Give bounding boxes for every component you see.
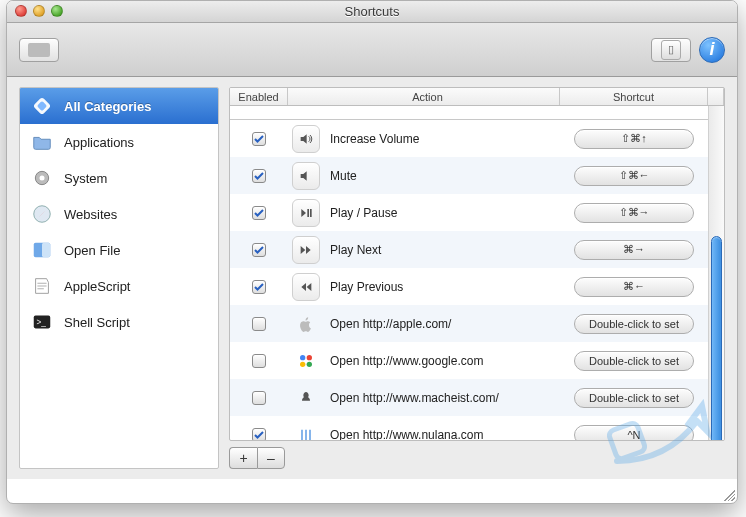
scrollbar[interactable] [708, 106, 724, 440]
shortcut-pill[interactable]: Double-click to set [574, 388, 694, 408]
action-label: Open http://www.google.com [330, 354, 483, 368]
sidebar-item-label: AppleScript [64, 279, 130, 294]
action-label: Play / Pause [330, 206, 397, 220]
svg-point-3 [40, 176, 45, 181]
svg-rect-9 [307, 209, 309, 217]
shortcuts-table: Enabled Action Shortcut Increase Illumin… [229, 87, 725, 441]
table-row[interactable]: Open http://www.macheist.com/ Double-cli… [230, 379, 724, 416]
sidebar: All Categories Applications System Websi… [19, 87, 219, 469]
svg-point-13 [300, 361, 305, 366]
col-action[interactable]: Action [288, 88, 560, 105]
table-row[interactable]: Play Next ⌘→ [230, 231, 724, 268]
diamond-icon [30, 94, 54, 118]
table-row[interactable]: Play Previous ⌘← [230, 268, 724, 305]
shortcut-pill[interactable]: ⌘→ [574, 240, 694, 260]
window-title: Shortcuts [345, 4, 400, 19]
shortcut-pill[interactable]: ⇧⌘↑ [574, 129, 694, 149]
action-label: Open http://www.macheist.com/ [330, 391, 499, 405]
col-enabled[interactable]: Enabled [230, 88, 288, 105]
table-row[interactable]: Play / Pause ⇧⌘→ [230, 194, 724, 231]
sidebar-item-system[interactable]: System [20, 160, 218, 196]
svg-rect-6 [42, 243, 50, 258]
play-prev-icon [292, 273, 320, 301]
add-button[interactable]: + [229, 447, 257, 469]
macheist-icon [292, 384, 320, 412]
window-controls [15, 5, 63, 17]
shortcut-pill[interactable]: Double-click to set [574, 314, 694, 334]
svg-point-4 [34, 206, 51, 223]
toggle-icon: ▯ [661, 40, 681, 60]
enabled-checkbox[interactable] [252, 280, 266, 294]
sidebar-item-open-file[interactable]: Open File [20, 232, 218, 268]
col-shortcut[interactable]: Shortcut [560, 88, 708, 105]
sidebar-item-shell-script[interactable]: >_ Shell Script [20, 304, 218, 340]
sidebar-item-label: System [64, 171, 107, 186]
keyboard-icon [28, 43, 50, 57]
info-button[interactable]: i [699, 37, 725, 63]
enabled-checkbox[interactable] [252, 354, 266, 368]
enabled-checkbox[interactable] [252, 132, 266, 146]
resize-handle[interactable] [721, 487, 735, 501]
svg-rect-10 [310, 209, 312, 217]
action-label: Play Previous [330, 280, 403, 294]
finder-icon [30, 238, 54, 262]
action-label: Play Next [330, 243, 381, 257]
action-label: Increase Volume [330, 132, 419, 146]
table-row[interactable]: Increase Volume ⇧⌘↑ [230, 120, 724, 157]
titlebar: Shortcuts [7, 1, 737, 23]
play-next-icon [292, 236, 320, 264]
svg-text:>_: >_ [37, 318, 47, 327]
sidebar-item-label: All Categories [64, 99, 151, 114]
toggle-button[interactable]: ▯ [651, 38, 691, 62]
terminal-icon: >_ [30, 310, 54, 334]
zoom-button[interactable] [51, 5, 63, 17]
toolbar: ▯ i [7, 23, 737, 77]
table-row[interactable]: Mute ⇧⌘← [230, 157, 724, 194]
enabled-checkbox[interactable] [252, 428, 266, 441]
enabled-checkbox[interactable] [252, 317, 266, 331]
shortcut-pill[interactable]: ⌘← [574, 277, 694, 297]
sidebar-item-all-categories[interactable]: All Categories [20, 88, 218, 124]
enabled-checkbox[interactable] [252, 243, 266, 257]
shortcut-pill[interactable]: ^N [574, 425, 694, 441]
sidebar-item-label: Open File [64, 243, 120, 258]
sidebar-item-applications[interactable]: Applications [20, 124, 218, 160]
sidebar-item-websites[interactable]: Websites [20, 196, 218, 232]
svg-point-14 [307, 361, 312, 366]
nulana-icon [292, 421, 320, 441]
sidebar-item-label: Shell Script [64, 315, 130, 330]
action-label: Mute [330, 169, 357, 183]
table-header: Enabled Action Shortcut [230, 88, 724, 106]
table-row[interactable]: Open http://www.nulana.com ^N [230, 416, 724, 440]
enabled-checkbox[interactable] [252, 169, 266, 183]
shortcut-pill[interactable]: ⇧⌘← [574, 166, 694, 186]
table-row[interactable]: Open http://www.google.com Double-click … [230, 342, 724, 379]
svg-point-12 [307, 355, 312, 360]
table-row[interactable]: Increase Illumination [230, 106, 724, 120]
folder-icon [30, 130, 54, 154]
play-pause-icon [292, 199, 320, 227]
gear-icon [30, 166, 54, 190]
google-icon [292, 347, 320, 375]
enabled-checkbox[interactable] [252, 391, 266, 405]
sidebar-item-label: Applications [64, 135, 134, 150]
script-icon [30, 274, 54, 298]
minimize-button[interactable] [33, 5, 45, 17]
shortcut-pill[interactable]: Double-click to set [574, 351, 694, 371]
apple-icon [292, 310, 320, 338]
mute-icon [292, 162, 320, 190]
scrollbar-thumb[interactable] [711, 236, 722, 441]
action-label: Open http://apple.com/ [330, 317, 451, 331]
table-footer-buttons: + – [229, 447, 725, 469]
enabled-checkbox[interactable] [252, 206, 266, 220]
svg-point-11 [300, 355, 305, 360]
sidebar-item-applescript[interactable]: AppleScript [20, 268, 218, 304]
safari-icon [30, 202, 54, 226]
close-button[interactable] [15, 5, 27, 17]
sidebar-item-label: Websites [64, 207, 117, 222]
shortcut-pill[interactable]: ⇧⌘→ [574, 203, 694, 223]
remove-button[interactable]: – [257, 447, 285, 469]
table-row[interactable]: Open http://apple.com/ Double-click to s… [230, 305, 724, 342]
keyboard-button[interactable] [19, 38, 59, 62]
col-scrollbar [708, 88, 724, 105]
